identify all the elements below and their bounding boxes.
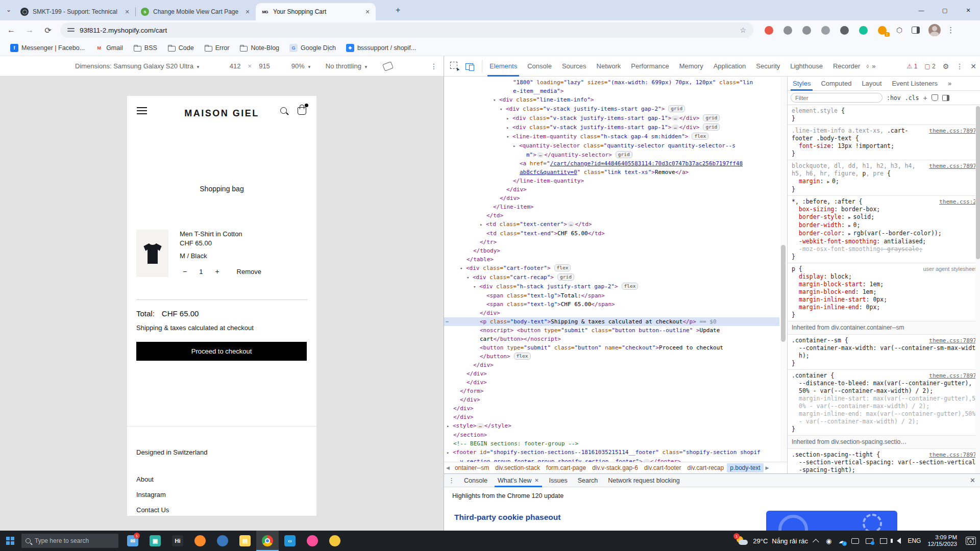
breadcrumb-right-arrow-icon[interactable]: ▶ xyxy=(764,465,771,470)
dom-node[interactable]: ▾<div class="v-stack justify-items-start… xyxy=(444,105,779,114)
tray-network-icon[interactable] xyxy=(880,538,887,544)
dom-node[interactable]: ▸<div class="v-stack justify-items-start… xyxy=(444,123,779,132)
side-panel-icon[interactable] xyxy=(912,27,920,34)
layout-badge[interactable]: grid xyxy=(703,114,720,121)
stylesheet-link[interactable]: theme.css:7897 xyxy=(929,162,976,170)
breadcrumb-item[interactable]: form.cart-page xyxy=(546,464,586,471)
css-property[interactable]: --section-vertical-spacing: var(--sectio… xyxy=(792,459,976,473)
device-toggle-icon[interactable] xyxy=(465,62,475,71)
css-property[interactable]: font-size: 13px !important; xyxy=(792,142,976,150)
cart-bag-icon[interactable] xyxy=(298,107,306,115)
stylesheet-link[interactable]: theme.css:7897 xyxy=(929,372,976,380)
style-rule[interactable]: theme.css:7897.container {--distance-to-… xyxy=(788,370,980,436)
breadcrumb-left-arrow-icon[interactable]: ◀ xyxy=(444,465,452,470)
css-property[interactable]: -webkit-font-smoothing: antialiased; xyxy=(792,238,976,245)
window-close-button[interactable]: ✕ xyxy=(957,0,980,20)
site-settings-icon[interactable] xyxy=(67,26,76,34)
notification-center-icon[interactable]: 6 xyxy=(966,537,976,545)
css-property[interactable]: margin-inline-start: 0px; xyxy=(792,296,976,304)
tray-cloud-icon[interactable]: ☁ xyxy=(838,537,845,545)
breadcrumb-item[interactable]: div.section-stack xyxy=(495,464,540,471)
css-property[interactable]: border-style: ▶ solid; xyxy=(792,213,976,221)
dom-node[interactable]: ▸<div class="v-stack justify-items-start… xyxy=(444,114,779,123)
collapsed-children-icon[interactable]: … xyxy=(672,124,678,130)
drawer-tab-close-icon[interactable]: ✕ xyxy=(534,478,538,483)
style-rule[interactable]: element.style {} xyxy=(788,105,980,125)
dom-node[interactable]: </div> xyxy=(444,185,779,194)
forward-button[interactable]: → xyxy=(22,23,37,37)
expand-value-arrow-icon[interactable]: ▶ xyxy=(827,180,832,184)
layout-badge[interactable]: grid xyxy=(616,151,632,158)
bookmark-item[interactable]: Google Dịch xyxy=(289,44,336,52)
tab-search-chevron-icon[interactable]: ⌄ xyxy=(6,6,11,13)
drawer-tab-issues[interactable]: Issues xyxy=(544,474,573,487)
dom-node[interactable]: <span class="text-lg">CHF 65.00</span> xyxy=(444,300,779,309)
taskbar-app-pink[interactable] xyxy=(301,531,324,551)
bookmark-item[interactable]: Messenger | Facebo... xyxy=(10,44,85,52)
expand-arrow-icon[interactable]: ▾ xyxy=(460,264,466,273)
extensions-puzzle-icon[interactable]: ⬡ xyxy=(896,26,902,34)
collapse-arrow-icon[interactable]: ▸ xyxy=(480,220,486,229)
breadcrumb-item[interactable]: div.cart-recap xyxy=(687,464,724,471)
stylesheet-link[interactable]: theme.css:7897 xyxy=(929,127,976,135)
inspect-element-icon[interactable] xyxy=(450,62,459,71)
breadcrumb-item[interactable]: div.cart-footer xyxy=(644,464,681,471)
dom-node[interactable]: </tr> xyxy=(444,238,779,246)
dom-node[interactable]: ▾<div class="cart-recap">grid xyxy=(444,273,779,282)
back-button[interactable]: ← xyxy=(4,23,18,37)
taskbar-app-people[interactable]: Hi xyxy=(166,531,189,551)
footer-link[interactable]: About xyxy=(136,475,169,483)
bookmark-item[interactable]: Code xyxy=(167,44,194,52)
new-style-rule-button[interactable]: + xyxy=(923,94,927,102)
dom-node[interactable]: ▾<div class="h-stack justify-start gap-2… xyxy=(444,282,779,291)
stylesheet-link[interactable]: user agent stylesheet xyxy=(923,265,976,273)
styles-filter-input[interactable] xyxy=(791,93,883,103)
taskbar-app-photos[interactable]: ▣ xyxy=(144,531,166,551)
taskbar-app-vscode[interactable]: ‹› xyxy=(279,531,301,551)
drawer-tab-search[interactable]: Search xyxy=(573,474,603,487)
devtools-tab-lighthouse[interactable]: Lighthouse xyxy=(785,56,828,77)
dom-node[interactable]: </div> xyxy=(444,413,779,421)
cart-extension-icon[interactable]: 1 xyxy=(878,26,887,35)
quantity-increase-button[interactable]: + xyxy=(212,267,222,276)
style-rule[interactable]: theme.css:2*, :before, :after {box-sizin… xyxy=(788,196,980,263)
elements-scrollbar[interactable] xyxy=(780,77,786,462)
collapse-arrow-icon[interactable]: ▸ xyxy=(447,422,453,431)
css-property[interactable]: border-color: ▶ rgb(var(--border-color))… xyxy=(792,230,976,238)
css-property[interactable]: border-width: ▶ 0; xyxy=(792,221,976,230)
toggle-hover-state-button[interactable]: :hov xyxy=(887,94,901,102)
dom-node[interactable]: "1800" loading="lazy" sizes="(max-width:… xyxy=(444,78,779,87)
device-toolbar-kebab-icon[interactable]: ⋮ xyxy=(430,62,437,70)
dom-node[interactable]: </div> xyxy=(444,395,779,404)
dom-node[interactable]: ▾<line-item-quantity class="h-stack gap-… xyxy=(444,132,779,141)
bookmark-item[interactable]: Note-Blog xyxy=(239,44,279,52)
profile-avatar[interactable] xyxy=(928,24,941,36)
taskbar-app-yellow[interactable] xyxy=(324,531,346,551)
stylesheet-link[interactable]: theme.css:7897 xyxy=(929,451,976,459)
dom-node[interactable]: </form> xyxy=(444,387,779,395)
devtools-tab-performance[interactable]: Performance xyxy=(626,56,674,77)
grammarly-icon[interactable] xyxy=(859,26,868,35)
dom-node[interactable]: </line-item-quantity> xyxy=(444,177,779,185)
remove-item-link[interactable]: Remove xyxy=(237,268,261,276)
stylesheet-link[interactable]: theme.css:7897 xyxy=(929,337,976,344)
bookmark-item[interactable]: bsssupport / shopif... xyxy=(346,44,416,52)
window-minimize-button[interactable]: — xyxy=(910,0,933,20)
sidebar-more-tabs-icon[interactable]: » xyxy=(943,77,957,91)
drawer-tab-network-request-blocking[interactable]: Network request blocking xyxy=(603,474,684,487)
taskbar-app-explorer[interactable]: ▤ xyxy=(234,531,256,551)
browser-tab[interactable]: SMKT-199 - Support: Technical✕ xyxy=(15,3,135,20)
bot-extension-icon[interactable] xyxy=(840,26,849,35)
dom-node[interactable]: </div> xyxy=(444,309,779,317)
breadcrumb-item[interactable]: ontainer--sm xyxy=(455,464,489,471)
scrollbar-thumb[interactable] xyxy=(976,106,980,259)
dom-node[interactable]: e-item__media"> xyxy=(444,87,779,95)
layout-badge[interactable]: flex xyxy=(622,283,639,290)
collapse-arrow-icon[interactable]: ▸ xyxy=(506,123,512,132)
dom-node[interactable]: </button>flex xyxy=(444,352,779,361)
css-property[interactable]: margin-inline-start: max(var(--container… xyxy=(792,395,976,410)
proceed-to-checkout-button[interactable]: Proceed to checkout xyxy=(136,342,307,361)
css-property[interactable]: margin: ▶ 0; xyxy=(792,178,976,186)
expand-arrow-icon[interactable]: ▾ xyxy=(500,105,506,114)
inherited-node-ref[interactable]: div.container.container--sm xyxy=(831,324,904,331)
